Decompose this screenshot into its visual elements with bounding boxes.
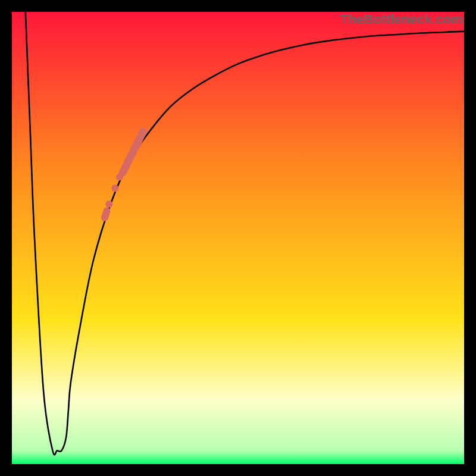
- chart-canvas: [12, 12, 464, 464]
- gradient-background: [12, 12, 464, 464]
- marker-segment-short: [105, 211, 107, 217]
- marker-dot: [116, 173, 123, 180]
- marker-dot: [105, 201, 112, 208]
- chart-frame: TheBottleneck.com: [0, 0, 476, 476]
- plot-area: TheBottleneck.com: [12, 12, 464, 464]
- watermark-text: TheBottleneck.com: [340, 12, 463, 27]
- marker-dot: [111, 184, 118, 192]
